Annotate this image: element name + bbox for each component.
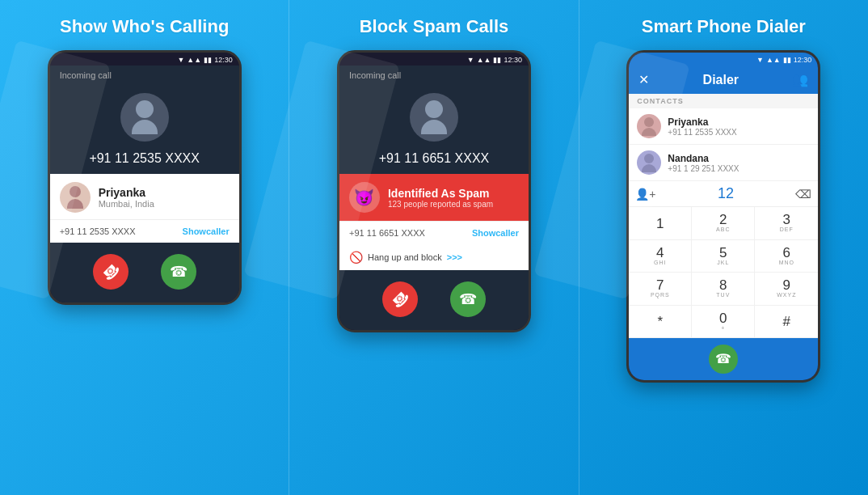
- key-main-2: 2: [719, 213, 727, 226]
- caller-footer-2: +91 11 6651 XXXX Showcaller: [339, 222, 529, 244]
- status-bar-2: ▼ ▲▲ ▮▮ 12:30: [339, 53, 529, 66]
- phone-3: ▼ ▲▲ ▮▮ 12:30 ✕ Dialer 👥 CONTACTS Priyan…: [626, 50, 820, 383]
- key-main-0: 0: [719, 311, 727, 325]
- key-main-5: 5: [719, 246, 727, 260]
- small-head-1: [70, 186, 81, 197]
- battery-icon-2: ▮▮: [493, 56, 501, 64]
- key-sub-7: PQRS: [651, 292, 670, 298]
- key-7[interactable]: 7 PQRS: [629, 273, 692, 305]
- key-sub-9: WXYZ: [777, 292, 796, 298]
- caller-name-1: Priyanka: [99, 186, 230, 199]
- caller-person-silhouette: [60, 182, 91, 213]
- backspace-icon[interactable]: ⌫: [795, 188, 811, 201]
- spam-title: Identified As Spam: [388, 187, 493, 200]
- dialer-title: Dialer: [703, 73, 739, 87]
- section-title-3: Smart Phone Dialer: [642, 16, 806, 37]
- time-2: 12:30: [504, 56, 522, 64]
- contact-num-1: +91 11 2535 XXXX: [668, 128, 736, 137]
- contact-info-1: Priyanka +91 11 2535 XXXX: [668, 116, 736, 137]
- key-main-star: *: [658, 315, 664, 328]
- accept-button-1[interactable]: ☎: [161, 254, 196, 290]
- showcaller-link-1[interactable]: Showcaller: [183, 226, 230, 236]
- contact-row-1[interactable]: Priyanka +91 11 2535 XXXX: [629, 108, 818, 145]
- phone-screen-1: Incoming call +91 11 2535 XXXX: [50, 66, 239, 174]
- key-main-9: 9: [783, 278, 790, 292]
- key-sub-0: +: [721, 325, 725, 332]
- contacts-icon[interactable]: 👥: [792, 72, 808, 87]
- contact-avatar-1: [637, 114, 661, 138]
- decline-icon-1: ☎: [98, 260, 123, 285]
- incoming-label-1: Incoming call: [50, 66, 239, 83]
- key-sub-3: DEF: [780, 226, 794, 233]
- caller-avatar-2: [339, 83, 529, 148]
- key-8[interactable]: 8 TUV: [692, 273, 755, 305]
- spam-icon-circle: 😈: [349, 182, 380, 213]
- add-contact-icon[interactable]: 👤+: [635, 188, 655, 201]
- caller-number-2: +91 11 6651 XXXX: [339, 148, 529, 174]
- accept-button-2[interactable]: ☎: [450, 281, 486, 317]
- contacts-label: CONTACTS: [629, 94, 818, 108]
- key-main-1: 1: [656, 217, 664, 231]
- key-main-7: 7: [656, 278, 664, 292]
- key-0[interactable]: 0 +: [692, 306, 755, 338]
- key-main-6: 6: [783, 246, 790, 260]
- accept-icon-2: ☎: [459, 290, 477, 308]
- key-1[interactable]: 1: [629, 207, 692, 239]
- time-1: 12:30: [214, 56, 233, 64]
- section-title-1: Show Who's Calling: [60, 16, 229, 37]
- spam-card: 😈 Identified As Spam 123 people reported…: [339, 174, 529, 222]
- decline-button-1[interactable]: ☎: [93, 254, 129, 290]
- contact-num-2: +91 1 29 251 XXXX: [668, 164, 739, 173]
- phone-1: ▼ ▲▲ ▮▮ 12:30 Incoming call +91 11 2535 …: [48, 50, 242, 305]
- key-3[interactable]: 3 DEF: [755, 207, 818, 239]
- spam-text: Identified As Spam 123 people reported a…: [388, 187, 493, 209]
- person-silhouette-1: [120, 93, 169, 142]
- key-star[interactable]: *: [629, 306, 692, 338]
- incoming-label-2: Incoming call: [339, 66, 529, 83]
- key-2[interactable]: 2 ABC: [692, 207, 755, 239]
- call-icon: ☎: [715, 351, 731, 366]
- dialer-input-value[interactable]: 12: [661, 185, 791, 202]
- section-block-spam: Block Spam Calls ▼ ▲▲ ▮▮ 12:30 Incoming …: [289, 0, 578, 495]
- key-sub-5: JKL: [717, 260, 729, 266]
- status-bar-3: ▼ ▲▲ ▮▮ 12:30: [629, 53, 818, 66]
- keypad: 1 2 ABC 3 DEF 4 GHI 5 JKL 6 MNO: [629, 207, 818, 338]
- signal-icon-2: ▼: [467, 56, 474, 64]
- wifi-icon: ▲▲: [187, 56, 201, 64]
- spam-devil-icon: 😈: [354, 188, 374, 207]
- dialer-call-button-row: ☎: [629, 338, 818, 380]
- key-main-3: 3: [783, 213, 790, 226]
- caller-info-text: Priyanka Mumbai, India: [99, 186, 230, 209]
- key-9[interactable]: 9 WXYZ: [755, 273, 818, 305]
- hangup-text: Hang up and block: [368, 252, 442, 262]
- wifi-icon-3: ▲▲: [766, 56, 781, 64]
- section-title-2: Block Spam Calls: [360, 16, 509, 37]
- key-hash[interactable]: #: [755, 306, 818, 338]
- key-6[interactable]: 6 MNO: [755, 240, 818, 273]
- section-show-who-calling: Show Who's Calling ▼ ▲▲ ▮▮ 12:30 Incomin…: [0, 0, 289, 495]
- spam-subtitle: 123 people reported as spam: [388, 200, 493, 209]
- signal-icon-3: ▼: [756, 56, 764, 64]
- battery-icon-3: ▮▮: [783, 56, 791, 64]
- person-body-1: [132, 120, 158, 134]
- key-5[interactable]: 5 JKL: [692, 240, 755, 273]
- caller-info-card-1: Priyanka Mumbai, India: [50, 174, 239, 220]
- showcaller-link-2[interactable]: Showcaller: [472, 228, 519, 238]
- caller-info-avatar-1: [60, 182, 91, 213]
- phone-2: ▼ ▲▲ ▮▮ 12:30 Incoming call +91 11 6651 …: [337, 50, 531, 332]
- caller-avatar-1: [50, 83, 239, 148]
- accept-icon-1: ☎: [170, 263, 188, 281]
- person-head-2: [425, 100, 443, 118]
- close-button[interactable]: ✕: [638, 72, 649, 87]
- call-button[interactable]: ☎: [709, 345, 738, 374]
- person-head-1: [136, 100, 154, 118]
- wifi-icon-2: ▲▲: [477, 56, 491, 64]
- signal-icon: ▼: [177, 56, 184, 64]
- person-silhouette-2: [410, 93, 458, 142]
- decline-button-2[interactable]: ☎: [382, 281, 418, 317]
- key-4[interactable]: 4 GHI: [629, 240, 692, 273]
- contact-row-2[interactable]: Nandana +91 1 29 251 XXXX: [629, 145, 818, 181]
- footer-number-1: +91 11 2535 XXXX: [60, 226, 136, 236]
- dialer-header: ✕ Dialer 👥: [629, 66, 818, 94]
- hangup-row[interactable]: 🚫 Hang up and block >>>: [339, 244, 529, 270]
